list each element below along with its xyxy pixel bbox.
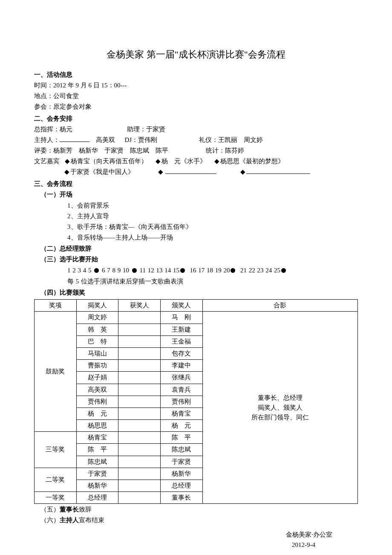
document-page: 金杨美家 第一届"成长杯演讲比赛"会务流程 一、活动信息 时间：2012 年 9… <box>0 0 392 555</box>
dot-icon <box>132 268 137 273</box>
reveal: 陈 平 <box>76 444 118 456</box>
photo-line-3: 所在部门领导、同仁 <box>205 413 355 422</box>
dot-icon <box>180 268 185 273</box>
judge-value: 杨新芳 杨新华 于家贤 陈忠斌 陈平 <box>53 147 168 154</box>
present: 杨新华 <box>160 468 202 480</box>
guest1: 杨青宝（向天再借五佰年） <box>71 158 147 165</box>
photo-cell: 董事长、总经理 揭奖人、颁奖人 所在部门领导、同仁 <box>202 312 357 504</box>
winner <box>118 324 161 335</box>
reveal: 周文婷 <box>76 312 118 324</box>
info-place: 地点：公司食堂 <box>34 91 358 101</box>
etiquette-value: 王凯丽 周文婷 <box>218 136 263 143</box>
guest2a: 杨 元 <box>161 158 181 165</box>
present: 李建中 <box>160 360 202 372</box>
award-table: 奖项 揭奖人 获奖人 颁奖人 合影 鼓励奖 周文婷马 刚 董事长、总经理 揭奖人… <box>34 299 358 504</box>
host2: 高美双 <box>96 136 115 143</box>
reveal: 赵子娟 <box>76 372 118 384</box>
reveal: 马瑞山 <box>76 347 118 359</box>
reveal: 于家贤 <box>76 468 118 480</box>
diamond-icon <box>211 158 220 165</box>
place-value: 公司食堂 <box>53 92 79 99</box>
photo-line-1: 董事长、总经理 <box>205 393 355 403</box>
attend-value: 原定参会对象 <box>53 103 92 110</box>
present: 总经理 <box>160 480 202 492</box>
present: 包存文 <box>160 347 202 359</box>
table-row: 鼓励奖 周文婷马 刚 董事长、总经理 揭奖人、颁奖人 所在部门领导、同仁 <box>35 312 358 324</box>
flow-6-rest: 宣布结束 <box>79 517 104 523</box>
sig-date: 2012-9-4 <box>34 540 332 550</box>
flow-6-head: （六）主持人宣布结束 <box>34 515 358 525</box>
section-2-head: 二、会务安排 <box>34 113 358 124</box>
attend-label: 参会： <box>34 103 53 110</box>
time-value: 2012 年 9 月 6 日 15：00--- <box>53 82 127 89</box>
flow-1-item: 2、主持人宣导 <box>67 211 358 221</box>
present: 王金福 <box>160 335 202 347</box>
photo-line-2: 揭奖人、颁奖人 <box>205 403 355 413</box>
sig-org: 金杨美家·办公室 <box>34 529 332 540</box>
winner <box>118 444 161 456</box>
diamond-icon <box>237 168 246 175</box>
dj-value: 贾伟刚 <box>138 136 157 143</box>
flow-5-bold: 董事长 <box>60 506 79 513</box>
assistant-label: 助理： <box>127 126 146 133</box>
winner <box>118 384 161 396</box>
arrange-line-4: 文艺嘉宾 杨青宝（向天再借五佰年） 杨 元《水手》 杨思思《最初的梦想》 <box>34 156 358 166</box>
table-header-row: 奖项 揭奖人 获奖人 颁奖人 合影 <box>35 300 358 312</box>
diamond-icon <box>155 168 164 175</box>
reveal: 杨 元 <box>76 408 118 419</box>
flow-6-prefix: （六） <box>40 517 60 523</box>
reveal: 贾伟刚 <box>76 396 118 408</box>
reveal: 曹振功 <box>76 360 118 372</box>
present: 马 刚 <box>160 312 202 324</box>
guest3a: 杨思思 <box>220 158 239 165</box>
reveal: 杨青宝 <box>76 432 118 444</box>
time-label: 时间： <box>34 82 53 89</box>
reveal: 总经理 <box>76 492 118 504</box>
signature-block: 金杨美家·办公室 2012-9-4 <box>34 529 358 550</box>
cat-encourage: 鼓励奖 <box>35 312 77 432</box>
winner <box>118 480 161 492</box>
arrange-line-1: 总指挥：杨元 助理：于家贤 <box>34 124 358 134</box>
col-photo: 合影 <box>202 300 357 312</box>
seq-b: 6 7 8 9 10 <box>102 267 129 274</box>
diamond-icon <box>61 168 70 175</box>
stat-value: 陈芬婷 <box>225 147 244 154</box>
winner <box>118 468 161 480</box>
winner <box>118 432 161 444</box>
seq-a: 1 2 3 4 5 <box>67 267 92 274</box>
commander-value: 杨元 <box>60 126 72 133</box>
seq-c: 11 12 13 14 15 <box>140 267 179 274</box>
flow-4-head: （四）比赛颁奖 <box>34 287 358 298</box>
col-award: 奖项 <box>35 300 77 312</box>
winner <box>118 456 161 468</box>
winner <box>118 408 161 419</box>
reveal: 巴 特 <box>76 335 118 347</box>
present: 王新建 <box>160 324 202 335</box>
present: 张继兵 <box>160 372 202 384</box>
host-blank <box>60 135 89 142</box>
col-winner: 获奖人 <box>118 300 161 312</box>
winner <box>118 372 161 384</box>
seq-note: 每 5 位选手演讲结束后穿插一支歌曲表演 <box>34 276 358 286</box>
seq-d: 16 17 18 19 20 <box>190 267 230 274</box>
present: 于家贤 <box>160 456 202 468</box>
dot-icon <box>281 268 286 273</box>
present: 陈忠斌 <box>160 444 202 456</box>
winner <box>118 335 161 347</box>
winner <box>118 360 161 372</box>
guest-blank-2 <box>246 167 310 174</box>
present: 董事长 <box>160 492 202 504</box>
cat-first: 一等奖 <box>35 492 77 504</box>
arrange-line-5: 于家贤《我是中国人》 <box>34 167 358 177</box>
flow-1-item: 4、音乐转场——主持人上场——开场 <box>67 232 358 243</box>
present: 杨青宝 <box>160 408 202 419</box>
diamond-icon <box>152 158 161 165</box>
winner <box>118 312 161 324</box>
diamond-icon <box>61 158 71 165</box>
present: 袁青兵 <box>160 384 202 396</box>
section-3-head: 三、会务流程 <box>34 179 358 189</box>
flow-5-rest: 致辞 <box>79 506 92 513</box>
reveal: 杨思思 <box>76 420 118 432</box>
etiquette-label: 礼仪： <box>199 136 218 143</box>
seq-e: 21 22 23 24 25 <box>240 267 280 274</box>
